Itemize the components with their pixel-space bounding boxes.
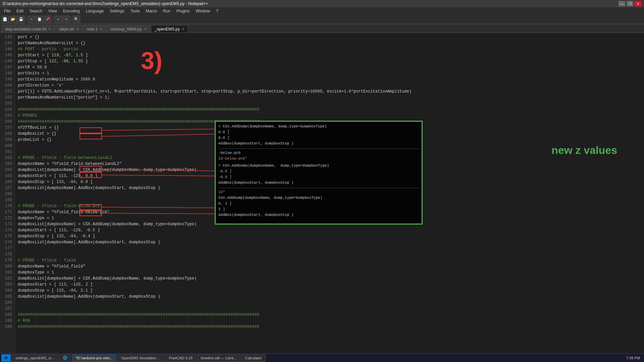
code-line: portNamesAndNumbersList["portin"] = 1; (18, 95, 641, 101)
title-bar: D:\arduino-pro-mini\original-but-drc-cor… (0, 0, 644, 7)
menu-item-search[interactable]: Search (27, 7, 45, 15)
line-number: 143 (0, 40, 12, 46)
menu-item-plugins[interactable]: Plugins (174, 7, 192, 15)
line-number: 146 (0, 58, 12, 64)
code-line (18, 101, 641, 107)
code-line (18, 245, 641, 251)
line-number: 165 (0, 173, 12, 179)
code-line: portNamesAndNumbersList = {} (18, 40, 641, 46)
menu-item-language[interactable]: Language (83, 7, 106, 15)
menu-item-help[interactable]: ? (213, 7, 221, 15)
new-button[interactable]: 📄 (1, 16, 9, 23)
annot-line-3: 0.8 ] (218, 135, 419, 141)
annot-line-12: CSX.AddDump(dumpboxName, dump_type=dumpb… (218, 195, 419, 201)
save-button[interactable]: 💾 (17, 16, 25, 23)
tab-close-icon[interactable]: ✕ (48, 27, 51, 31)
annot-line-9: -0.5 ] (218, 174, 419, 180)
menu-item-macro[interactable]: Macro (143, 7, 160, 15)
taskbar: ⊞ settings_openEMS_si... 🌐 *D:\\arduino-… (0, 353, 644, 362)
line-number: 151 (0, 88, 12, 95)
menu-bar: FileEditSearchViewEncodingLanguageSettin… (0, 7, 644, 15)
undo-button[interactable]: ↩ (54, 16, 62, 23)
menu-item-file[interactable]: File (1, 7, 13, 15)
line-number: 157 (0, 125, 12, 131)
copy-button[interactable]: 📋 (36, 16, 43, 23)
annot-line-14: 2 ] (218, 206, 419, 212)
code-line: portStop = [ 122, -86, 1.55 ] (18, 58, 641, 64)
line-number: 174 (0, 227, 12, 233)
line-number: 166 (0, 179, 12, 185)
code-line: dumpboxStart = [ 113, -120, -0.5 ] (18, 227, 641, 233)
tab-steps_txt[interactable]: steps.txt✕ (55, 25, 83, 33)
tab-_openems_py[interactable]: _openEMS.py✕ (151, 25, 188, 33)
menu-item-view[interactable]: View (46, 7, 60, 15)
line-number: 168 (0, 191, 12, 197)
code-line: portStart = [ 119, -87, 1.5 ] (18, 52, 641, 58)
cut-button[interactable]: ✂ (28, 16, 35, 23)
taskbar-libreoffice[interactable]: timeline.odt — Libre... (197, 354, 240, 362)
line-number: 175 (0, 233, 12, 239)
maximize-button[interactable]: ❐ (627, 1, 633, 6)
code-line (18, 300, 641, 306)
menu-item-encoding[interactable]: Encoding (60, 7, 83, 15)
menu-item-edit[interactable]: Edit (14, 7, 26, 15)
annot-line-5: -below-pcb (218, 150, 419, 156)
tab-close-icon[interactable]: ✕ (100, 27, 102, 31)
code-line: # PROBE - hfield - field (18, 257, 641, 263)
annot-line-6: ld-below-pcb" (218, 156, 419, 162)
code-line: port = {} (18, 34, 641, 40)
tab-new_1[interactable]: new 1✕ (83, 25, 106, 33)
line-number: 186 (0, 300, 12, 306)
tab-bar: step-excitation-code.txt✕steps.txt✕new 1… (0, 24, 644, 33)
menu-item-run[interactable]: Run (160, 7, 173, 15)
taskbar-notepad-2[interactable]: *D:\\arduino-pro-mini... (72, 354, 117, 362)
line-number: 167 (0, 185, 12, 191)
line-number: 179 (0, 257, 12, 263)
annot-line-7: = CSX.AddDump(dumpboxName, dump_type=dum… (218, 163, 419, 169)
line-number: 184 (0, 288, 12, 294)
menu-item-tools[interactable]: Tools (128, 7, 143, 15)
annot-line-8: -0.5 ] (218, 169, 419, 174)
code-line: dumpboxStop = [ 133, -84, 2.1 ] (18, 288, 641, 294)
redo-button[interactable]: ↪ (62, 16, 70, 23)
taskbar-chrome[interactable]: 🌐 (59, 354, 71, 362)
start-button[interactable]: ⊞ (1, 354, 11, 362)
annot-line-11: ld" (218, 189, 419, 195)
title-bar-controls[interactable]: — ❐ ✕ (619, 1, 641, 6)
code-line: dumpBoxList[dumpboxName].AddBox(dumpboxS… (18, 239, 641, 245)
code-line: dumpBoxList[dumpboxName] = CSX.AddDump(d… (18, 276, 641, 282)
line-number: 158 (0, 131, 12, 137)
line-number: 160 (0, 143, 12, 149)
code-line: ########################################… (18, 324, 641, 330)
find-button[interactable]: 🔍 (73, 16, 80, 23)
line-number: 154 (0, 107, 12, 113)
tab-close-icon[interactable]: ✕ (182, 27, 184, 31)
line-number: 190 (0, 324, 12, 330)
line-number: 170 (0, 203, 12, 209)
open-button[interactable]: 📂 (9, 16, 17, 23)
tab-close-icon[interactable]: ✕ (144, 27, 147, 31)
line-number: 169 (0, 197, 12, 203)
code-line: port[1] = FDTD.AddLumpedPort(port_nr=1, … (18, 88, 641, 95)
minimize-button[interactable]: — (619, 1, 625, 6)
close-button[interactable]: ✕ (635, 1, 641, 6)
code-line: dumpBoxList[dumpboxName].AddBox(dumpboxS… (18, 294, 641, 300)
taskbar-calculator[interactable]: Calculator (241, 354, 266, 362)
menu-item-settings[interactable]: Settings (107, 7, 127, 15)
line-number: 148 (0, 70, 12, 76)
code-line: ########################################… (18, 312, 641, 318)
tab-cleanup_hfield_py[interactable]: cleanup_hfield.py✕ (107, 25, 150, 33)
code-line: # PROBES (18, 113, 641, 119)
code-line: portUnits = 1 (18, 70, 641, 76)
taskbar-notepad-1[interactable]: settings_openEMS_si... (12, 354, 58, 362)
taskbar-openems[interactable]: OpenEMS Simulation ... (117, 354, 164, 362)
code-line: ########################################… (18, 107, 641, 113)
clock: 7:49 PM (626, 356, 643, 360)
taskbar-freecad[interactable]: FreeCAD 0.19 (165, 354, 196, 362)
code-line: portExcitationAmplitude = 1666.0 (18, 76, 641, 82)
menu-item-window[interactable]: Window (193, 7, 213, 15)
tab-step_excitation_code_txt[interactable]: step-excitation-code.txt✕ (1, 25, 55, 33)
line-number: 163 (0, 161, 12, 167)
paste-button[interactable]: 📌 (44, 16, 51, 23)
tab-close-icon[interactable]: ✕ (76, 27, 79, 31)
